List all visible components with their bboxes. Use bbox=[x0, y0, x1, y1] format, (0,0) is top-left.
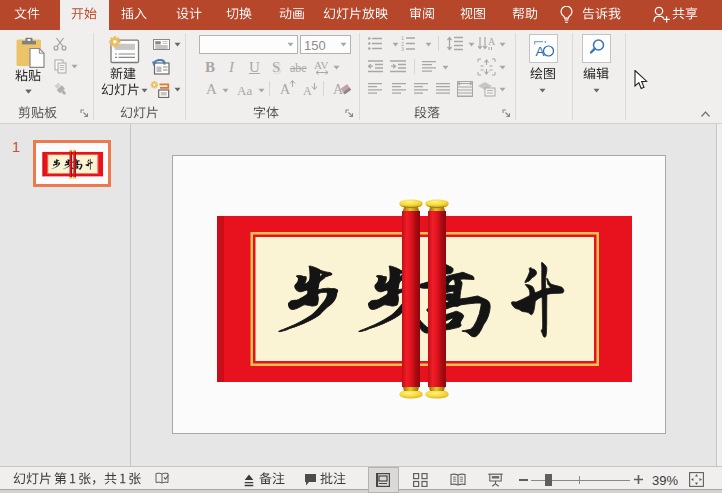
svg-text:AV: AV bbox=[314, 59, 329, 71]
svg-text:A: A bbox=[303, 84, 312, 97]
svg-text:3: 3 bbox=[401, 46, 404, 51]
svg-text:A: A bbox=[280, 82, 291, 97]
svg-text:A: A bbox=[488, 36, 496, 47]
